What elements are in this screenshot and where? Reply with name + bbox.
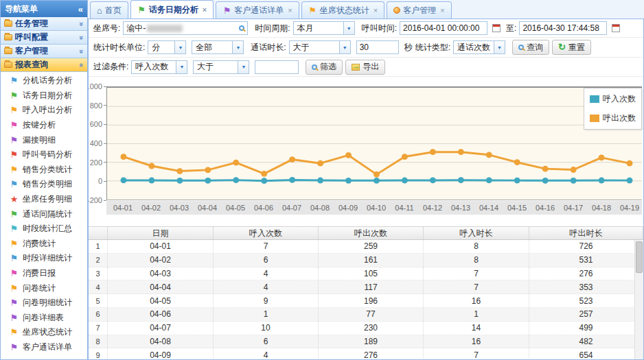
table-row[interactable]: 304-0341057276 <box>89 267 643 281</box>
stat-type-select[interactable]: 通话次数▼ <box>453 40 505 54</box>
filter-value-input[interactable] <box>255 60 299 74</box>
table-cell: 04-02 <box>108 254 214 267</box>
stat-type-label: 统计类型: <box>415 42 450 53</box>
data-point <box>233 177 239 183</box>
tab-客户通话详单[interactable]: ⚑客户通话详单× <box>216 1 299 19</box>
sidebar-item-销售分类明细[interactable]: ⚑销售分类明细 <box>1 177 87 192</box>
sidebar-item-客户通话详单[interactable]: ⚑客户通话详单 <box>1 340 87 355</box>
legend-color-chip <box>590 115 599 122</box>
export-button[interactable]: 导出 <box>345 60 385 75</box>
column-header-呼入次数[interactable]: 呼入次数 <box>214 227 319 239</box>
sidebar-section-报表查询[interactable]: 报表查询« <box>1 58 87 72</box>
screen-button[interactable]: 筛选 <box>306 60 343 75</box>
sidebar-item-分机话务分析[interactable]: ⚑分机话务分析 <box>1 73 87 88</box>
period-select[interactable]: 本月▼ <box>293 21 355 35</box>
scrollbar-thumb[interactable] <box>636 241 643 273</box>
sidebar-item-按键分析[interactable]: ⚑按键分析 <box>1 118 87 133</box>
column-header-日期[interactable]: 日期 <box>108 227 214 239</box>
table-row[interactable]: 204-0261618531 <box>89 254 643 267</box>
sidebar-item-label: 销售分类明细 <box>23 178 72 190</box>
sidebar-section-任务管理[interactable]: 任务管理» <box>1 17 87 31</box>
sidebar-item-label: 消费统计 <box>23 238 56 250</box>
data-point <box>627 178 633 184</box>
sidebar-item-消费统计[interactable]: ⚑消费统计 <box>1 237 87 252</box>
table-body: 104-0172598726204-0261618531304-03410572… <box>89 240 643 360</box>
filter-field-select[interactable]: 呼入次数▼ <box>131 60 187 74</box>
sidebar-item-呼叫号码分析[interactable]: ⚑呼叫号码分析 <box>1 147 87 163</box>
table-row[interactable]: 804-08618916482 <box>89 335 643 349</box>
flag-icon: ⚑ <box>10 224 19 233</box>
table-cell: 196 <box>319 294 424 307</box>
sidebar-item-时段详细统计[interactable]: ⚑时段详细统计 <box>1 251 87 266</box>
close-icon[interactable]: × <box>288 6 292 14</box>
data-point <box>514 178 520 184</box>
calltime-to-input[interactable] <box>519 21 607 35</box>
unit-select[interactable]: 分▼ <box>148 40 186 54</box>
sidebar-item-通话间隔统计[interactable]: ⚑通话间隔统计 <box>1 206 87 221</box>
sidebar-item-消费日报[interactable]: ⚑消费日报 <box>1 266 87 281</box>
duration-value-input[interactable] <box>356 40 399 54</box>
sidebar-item-问卷详细表[interactable]: ⚑问卷详细表 <box>1 311 87 326</box>
sidebar-item-坐席状态统计[interactable]: ⚑坐席状态统计 <box>1 325 87 340</box>
scope-select[interactable]: 全部▼ <box>192 40 244 54</box>
sidebar-item-漏接明细[interactable]: ⚑漏接明细 <box>1 132 87 147</box>
agent-label: 坐席号: <box>93 23 120 34</box>
duration-label: 通话时长: <box>251 42 286 53</box>
tab-首页[interactable]: ⌂首页 <box>90 1 128 19</box>
x-tick-label: 04-03 <box>165 201 194 215</box>
table-row[interactable]: 104-0172598726 <box>89 240 643 254</box>
sidebar-item-问卷统计[interactable]: ⚑问卷统计 <box>1 280 87 296</box>
calendar-icon[interactable] <box>612 24 620 32</box>
tab-label: 坐席状态统计 <box>320 5 369 16</box>
filter-row-2: 统计时长单位: 分▼ 全部▼ 通话时长: 大于▼ 秒 统计类型: 通话次数▼ 查… <box>89 38 643 58</box>
sidebar-item-呼入呼出分析[interactable]: ⚑呼入呼出分析 <box>1 103 87 118</box>
x-tick-label: 04-10 <box>362 201 391 215</box>
seconds-label: 秒 <box>404 42 413 53</box>
agent-input[interactable]: 渝中- <box>123 21 248 35</box>
table-row[interactable]: 404-0441177353 <box>89 280 643 294</box>
chevron-down-icon: ▼ <box>176 61 187 73</box>
section-label: 报表查询 <box>15 59 48 71</box>
folder-icon <box>4 62 12 68</box>
table-row[interactable]: 904-0942767654 <box>89 348 643 360</box>
sidebar-section-客户管理[interactable]: 客户管理» <box>1 45 87 58</box>
table-cell: 7 <box>424 348 529 360</box>
sidebar-item-label: 呼入呼出分析 <box>23 104 72 116</box>
x-tick-label: 04-13 <box>446 201 475 215</box>
table-cell: 230 <box>319 322 424 335</box>
query-button[interactable]: 查询 <box>512 40 549 55</box>
sidebar-item-销售分类统计[interactable]: ⚑销售分类统计 <box>1 163 87 178</box>
column-header-呼出时长[interactable]: 呼出时长 <box>529 227 643 239</box>
sidebar-item-时段统计汇总[interactable]: ⚑时段统计汇总 <box>1 221 87 237</box>
column-header-呼出次数[interactable]: 呼出次数 <box>319 227 424 239</box>
data-point <box>458 149 464 155</box>
table-row[interactable]: 604-061771257 <box>89 308 643 322</box>
tab-坐席状态统计[interactable]: ⚑坐席状态统计× <box>301 1 384 19</box>
table-scrollbar[interactable] <box>634 240 643 360</box>
close-icon[interactable]: × <box>203 5 207 14</box>
sidebar-item-坐席任务明细[interactable]: ★坐席任务明细 <box>1 192 87 207</box>
sidebar-collapse-icon[interactable]: « <box>78 4 83 14</box>
sidebar-item-话务日期分析[interactable]: ⚑话务日期分析 <box>1 88 87 104</box>
export-icon <box>352 64 360 71</box>
filter-op-select[interactable]: 大于▼ <box>193 60 249 74</box>
search-icon[interactable] <box>239 25 244 31</box>
folder-icon <box>4 48 12 54</box>
close-icon[interactable]: × <box>440 6 444 14</box>
flag-icon: ⚑ <box>308 6 317 15</box>
chevron-up-icon: « <box>78 62 86 67</box>
column-header-呼入时长[interactable]: 呼入时长 <box>424 227 529 239</box>
close-icon[interactable]: × <box>373 6 378 14</box>
calendar-icon[interactable] <box>492 24 501 32</box>
table-row[interactable]: 504-05919616523 <box>89 294 643 308</box>
tab-话务日期分析[interactable]: ⚑话务日期分析× <box>130 0 214 19</box>
tab-客户管理[interactable]: 客户管理× <box>387 1 451 19</box>
reset-button[interactable]: ↻ 重置 <box>552 40 591 55</box>
sidebar-item-问卷明细统计[interactable]: ⚑问卷明细统计 <box>1 296 87 311</box>
x-tick-label: 04-17 <box>559 201 588 215</box>
sidebar-section-呼叫配置[interactable]: 呼叫配置» <box>1 31 87 45</box>
data-point <box>317 178 323 184</box>
table-row[interactable]: 704-071023014499 <box>89 322 643 335</box>
duration-op-select[interactable]: 大于▼ <box>289 40 351 54</box>
calltime-from-input[interactable] <box>400 21 487 35</box>
